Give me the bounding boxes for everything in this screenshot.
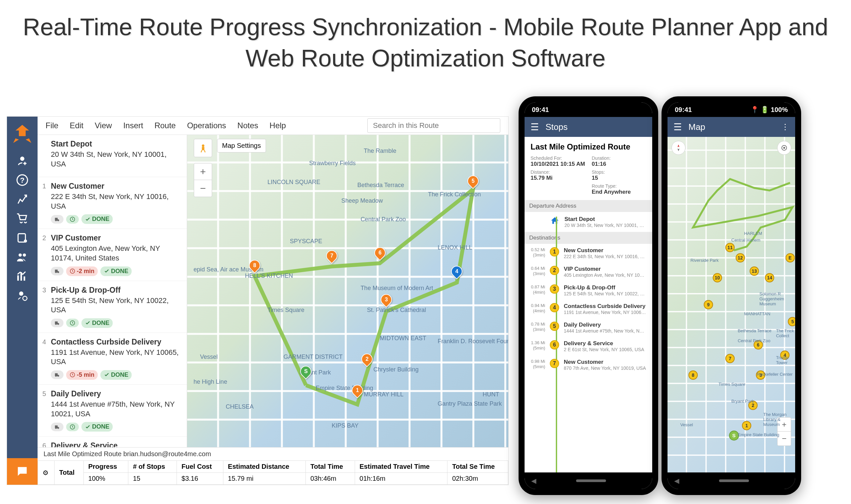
depot-row[interactable]: Start Depot 20 W 34th St, New York, NY 1… xyxy=(531,212,646,232)
home-pill[interactable] xyxy=(576,480,606,482)
zoom-out-button[interactable]: − xyxy=(778,432,791,446)
map-poi-label: MIDTOWN EAST xyxy=(380,335,426,342)
compass-button[interactable] xyxy=(672,141,686,155)
map-pin[interactable]: 10 xyxy=(713,273,722,283)
destination-row[interactable]: 0.52 Mi(3min)1New Customer222 E 34th St,… xyxy=(531,244,646,263)
depot-addr: 20 W 34th St, New York, NY 10001, USA xyxy=(565,222,646,228)
map-pin[interactable]: 5 xyxy=(788,317,795,326)
back-icon[interactable]: ◀ xyxy=(674,477,679,485)
destination-row[interactable]: 0.98 Mi(5min)7New Customer870 7th Ave, N… xyxy=(531,356,646,374)
stops-panel[interactable]: Start Depot20 W 34th St, New York, NY 10… xyxy=(38,135,187,447)
dest-address: 222 E 34th St, New York, NY 10016, USA xyxy=(564,254,646,259)
stop-address: 405 Lexington Ave, New York, NY 10174, U… xyxy=(51,244,181,263)
stop-item[interactable]: Start Depot20 W 34th St, New York, NY 10… xyxy=(38,135,187,177)
destination-row[interactable]: 0.64 Mi(3min)2VIP Customer405 Lexington … xyxy=(531,263,646,281)
search-input[interactable] xyxy=(367,118,500,133)
menu-operations[interactable]: Operations xyxy=(187,121,226,130)
map-pin[interactable]: 13 xyxy=(750,267,759,276)
col-service-time: Total Se Time xyxy=(447,461,508,473)
phone-map[interactable]: S1234567891011121314E + − HARLEMCentral … xyxy=(668,137,795,472)
menu-insert[interactable]: Insert xyxy=(123,121,143,130)
map-pin[interactable]: S xyxy=(300,366,312,378)
stop-item[interactable]: 5Daily Delivery1444 1st Avenue #75th, Ne… xyxy=(38,385,187,436)
destination-row[interactable]: 0.94 Mi(4min)4Contactless Curbside Deliv… xyxy=(531,300,646,318)
menu-notes[interactable]: Notes xyxy=(237,121,258,130)
map-poi-label: SPYSCAPE xyxy=(290,238,322,245)
map-pin[interactable]: 8 xyxy=(689,371,698,380)
nav-addresses[interactable] xyxy=(7,228,38,248)
menu-edit[interactable]: Edit xyxy=(70,121,84,130)
menu-file[interactable]: File xyxy=(46,121,58,130)
main-content: File Edit View Insert Route Operations N… xyxy=(38,116,508,485)
map-pin[interactable]: 3 xyxy=(380,294,392,307)
map-pin[interactable]: 4 xyxy=(451,266,462,278)
nav-add-user[interactable] xyxy=(7,151,38,170)
home-pill[interactable] xyxy=(719,480,749,482)
map-poi-label: Vessel xyxy=(200,354,218,360)
hamburger-icon[interactable]: ☰ xyxy=(531,122,539,132)
map-settings-button[interactable]: Map Settings xyxy=(217,139,266,152)
menu-route[interactable]: Route xyxy=(155,121,176,130)
map-pin[interactable]: 2 xyxy=(361,354,373,366)
phone-navbar: ◀ xyxy=(668,472,795,489)
back-icon[interactable]: ◀ xyxy=(531,477,536,485)
menu-help[interactable]: Help xyxy=(270,121,286,130)
dest-title: Delivery & Service xyxy=(564,340,646,347)
stop-item[interactable]: 3Pick-Up & Drop-Off125 E 54th St, New Yo… xyxy=(38,281,187,333)
nav-orders[interactable] xyxy=(7,209,38,228)
dest-distance: 0.64 Mi(3min) xyxy=(531,266,545,276)
destination-row[interactable]: 1.36 Mi(5min)6Delivery & Service2 E 61st… xyxy=(531,337,646,356)
destinations-header: Destinations xyxy=(525,232,652,244)
nav-help[interactable]: ? xyxy=(7,170,38,190)
dest-title: New Customer xyxy=(564,247,646,254)
truck-badge xyxy=(51,371,64,379)
map-pin[interactable]: 11 xyxy=(725,243,735,252)
map-pin[interactable]: 9 xyxy=(704,300,713,309)
done-badge: DONE xyxy=(82,318,113,328)
nav-user-settings[interactable] xyxy=(7,286,38,305)
stops-screen[interactable]: Last Mile Optimized Route Scheduled For:… xyxy=(525,137,652,379)
map-pin[interactable]: 7 xyxy=(326,250,337,263)
zoom-in-button[interactable]: + xyxy=(194,163,212,180)
stop-item[interactable]: 1New Customer222 E 34th St, New York, NY… xyxy=(38,177,187,229)
truck-badge xyxy=(51,267,64,275)
meta-duration-label: Duration: xyxy=(592,156,646,161)
pegman-button[interactable] xyxy=(194,139,212,157)
dest-address: 2 E 61st St, New York, NY 10065, USA xyxy=(564,347,646,352)
chat-button[interactable] xyxy=(7,458,38,485)
destination-row[interactable]: 0.87 Mi(4min)3Pick-Up & Drop-Off125 E 54… xyxy=(531,281,646,300)
table-settings-icon[interactable]: ⚙ xyxy=(38,461,54,485)
map-pin[interactable]: 14 xyxy=(765,273,774,283)
map-pin[interactable]: 12 xyxy=(735,253,745,263)
map-pin[interactable]: S xyxy=(729,431,739,440)
hamburger-icon[interactable]: ☰ xyxy=(673,122,682,132)
locate-button[interactable] xyxy=(777,141,791,155)
stop-sequence: 3 xyxy=(41,286,48,328)
stop-title: VIP Customer xyxy=(51,234,181,242)
map-pin[interactable]: 6 xyxy=(374,247,386,260)
map-pin[interactable]: 8 xyxy=(249,260,260,272)
done-badge: DONE xyxy=(101,370,131,380)
stop-item[interactable]: 2VIP Customer405 Lexington Ave, New York… xyxy=(38,229,187,281)
col-stops: # of Stops xyxy=(128,461,177,473)
stop-item[interactable]: 6Delivery & Service2 E 61st St, New York… xyxy=(38,436,187,447)
destination-row[interactable]: 0.78 Mi(3min)5Daily Delivery1444 1st Ave… xyxy=(531,318,646,337)
map-pin[interactable]: 1 xyxy=(742,421,751,430)
svg-point-15 xyxy=(202,144,205,147)
stop-item[interactable]: 4Contactless Curbside Delivery1191 1st A… xyxy=(38,333,187,385)
map-pin[interactable]: E xyxy=(785,253,795,263)
nav-team[interactable] xyxy=(7,248,38,267)
map-pin[interactable]: 7 xyxy=(725,354,735,363)
map-pin[interactable]: 5 xyxy=(467,176,479,188)
svg-point-5 xyxy=(23,253,26,257)
map-pin[interactable]: 1 xyxy=(352,385,363,397)
overflow-menu-icon[interactable]: ⋮ xyxy=(781,122,789,131)
map-panel[interactable]: S12345678 Map Settings + − The RambleStr… xyxy=(187,135,508,447)
dest-distance: 0.78 Mi(3min) xyxy=(531,322,545,332)
nav-routes[interactable] xyxy=(7,190,38,209)
dest-address: 125 E 54th St, New York, NY 10022, USA xyxy=(564,291,646,296)
zoom-out-button[interactable]: − xyxy=(194,180,212,197)
nav-analytics[interactable] xyxy=(7,267,38,286)
phone-appbar: ☰ Stops xyxy=(525,117,652,137)
menu-view[interactable]: View xyxy=(95,121,112,130)
